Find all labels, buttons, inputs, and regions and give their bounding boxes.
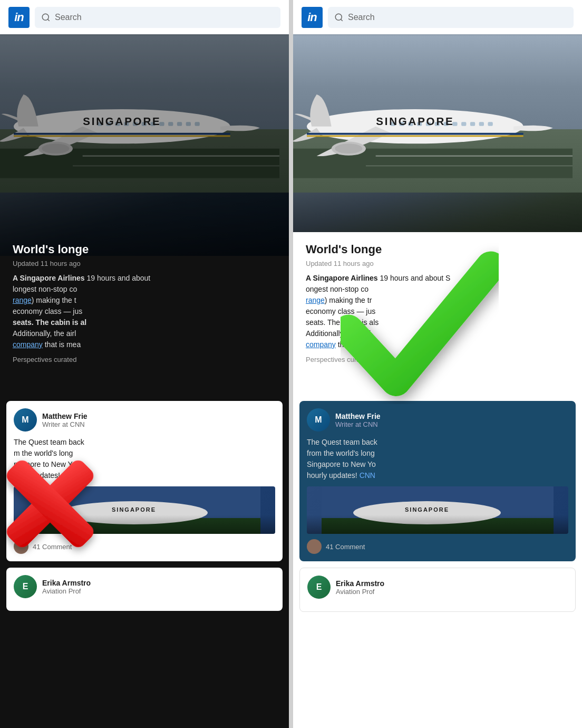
right-plane-area: SINGAPORE — [293, 34, 582, 256]
left-search-placeholder: Search — [55, 13, 82, 22]
green-check-overlay — [341, 243, 499, 411]
svg-rect-16 — [168, 122, 173, 126]
right-card-1-role: Writer at CNN — [335, 420, 381, 428]
svg-text:SINGAPORE: SINGAPORE — [83, 115, 161, 127]
svg-rect-21 — [14, 133, 230, 135]
right-plane-image: SINGAPORE — [293, 50, 573, 180]
svg-text:SINGAPORE: SINGAPORE — [405, 506, 449, 513]
panel-divider — [289, 0, 293, 728]
right-logo-text: in — [307, 11, 317, 24]
right-header: in Search — [293, 0, 582, 34]
right-card-2-avatar: E — [307, 576, 331, 599]
right-cards-area: M Matthew Frie Writer at CNN The Quest t… — [293, 401, 582, 612]
svg-rect-18 — [186, 122, 191, 126]
left-article-body: A Singapore Airlines 19 hours and about … — [13, 273, 276, 350]
right-card-1-comment-count: 41 Comment — [326, 543, 365, 551]
left-header: in Search — [0, 0, 289, 34]
right-card-1: M Matthew Frie Writer at CNN The Quest t… — [299, 401, 576, 561]
right-panel: in Search — [293, 0, 582, 728]
left-card-2-avatar: E — [14, 575, 37, 598]
left-panel: in Search — [0, 0, 289, 728]
left-search-icon — [41, 13, 51, 22]
red-x-overlay — [0, 438, 116, 570]
right-card-1-commenter-avatar — [307, 539, 322, 554]
left-article-title: World's longe — [13, 243, 276, 256]
right-card-1-image: SINGAPORE — [307, 486, 568, 534]
right-card-1-text: The Quest team back from the world's lon… — [307, 437, 568, 481]
svg-text:SINGAPORE: SINGAPORE — [112, 506, 156, 513]
right-card-2-role: Aviation Prof — [336, 588, 384, 596]
left-logo-text: in — [14, 11, 24, 24]
left-article-updated: Updated 11 hours ago — [13, 260, 276, 267]
left-perspectives: Perspectives curated — [13, 356, 276, 363]
right-search-icon — [334, 13, 344, 22]
right-card-2-author: Erika Armstro — [336, 579, 384, 588]
svg-rect-53 — [322, 518, 554, 534]
left-plane-image: SINGAPORE — [0, 50, 279, 180]
svg-rect-46 — [470, 122, 475, 126]
svg-rect-47 — [479, 122, 484, 126]
left-linkedin-logo: in — [8, 7, 30, 28]
svg-rect-51 — [307, 135, 523, 137]
svg-point-29 — [335, 14, 342, 20]
svg-rect-17 — [177, 122, 182, 126]
svg-point-0 — [42, 14, 48, 20]
svg-point-36 — [335, 143, 362, 154]
svg-line-1 — [47, 19, 49, 21]
svg-rect-48 — [488, 122, 492, 126]
right-card-1-avatar: M — [307, 408, 330, 432]
left-card-1-role: Writer at CNN — [42, 420, 88, 428]
svg-line-30 — [341, 19, 342, 21]
right-linkedin-logo: in — [302, 7, 323, 28]
right-search-bar[interactable]: Search — [328, 7, 574, 28]
svg-point-54 — [353, 501, 501, 524]
left-search-bar[interactable]: Search — [35, 7, 280, 28]
left-card-1-author: Matthew Frie — [42, 412, 88, 420]
right-card-2: E Erika Armstro Aviation Prof — [299, 568, 576, 612]
left-card-1-avatar: M — [14, 408, 37, 432]
svg-rect-45 — [461, 122, 466, 126]
left-card-2-header: E Erika Armstro Aviation Prof — [14, 575, 275, 598]
svg-point-7 — [42, 143, 69, 154]
right-card-1-comments: 41 Comment — [307, 539, 568, 554]
svg-rect-50 — [307, 133, 523, 135]
right-card-2-header: E Erika Armstro Aviation Prof — [307, 576, 568, 599]
left-card-1-header: M Matthew Frie Writer at CNN — [14, 408, 275, 432]
svg-text:SINGAPORE: SINGAPORE — [376, 115, 454, 127]
left-article: World's longe Updated 11 hours ago A Sin… — [0, 232, 289, 374]
left-card-2: E Erika Armstro Aviation Prof — [6, 568, 283, 611]
left-card-2-author: Erika Armstro — [42, 579, 91, 587]
svg-rect-22 — [14, 135, 230, 137]
svg-rect-19 — [195, 122, 199, 126]
left-card-2-role: Aviation Prof — [42, 587, 91, 595]
left-plane-area: SINGAPORE — [0, 34, 289, 256]
right-search-placeholder: Search — [348, 13, 375, 22]
